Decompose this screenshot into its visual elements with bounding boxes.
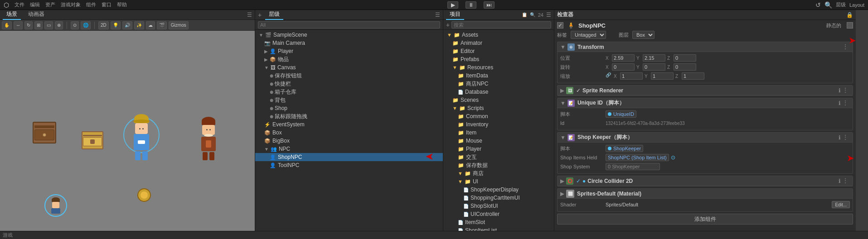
game-label[interactable]: 游戏 — [3, 232, 13, 239]
hierarchy-panel-menu[interactable]: ☰ — [435, 12, 440, 18]
h-item-maincamera[interactable]: 📷Main Camera — [255, 39, 443, 47]
transform-header[interactable]: ▼ ⊕ Transform ⋮ — [558, 42, 853, 52]
p-item-shopnpcfolder[interactable]: 📁商店NPC — [443, 80, 554, 88]
p-item-itemdata[interactable]: 📁ItemData — [443, 72, 554, 80]
p-item-shoppingcartitemui[interactable]: 📄ShoppingCartItemUI — [443, 194, 554, 202]
h-item-boxwarehouse[interactable]: ⊕箱子仓库 — [255, 88, 443, 96]
h-item-shopnpc[interactable]: 👤ShopNPC — [255, 153, 443, 161]
shop-items-held-ref[interactable]: ShopNPC (Shop Item List) — [606, 154, 669, 161]
uniqueid-header[interactable]: ▼ 📝 Unique ID（脚本） ℹ ⋮ — [558, 98, 853, 108]
project-search-btn[interactable]: 🔍 — [530, 12, 535, 17]
scene-panel-menu[interactable]: ☰ — [247, 12, 252, 18]
h-item-box[interactable]: 📦Box — [255, 129, 443, 137]
toolbar-global[interactable]: 🌐 — [81, 21, 91, 29]
circle-collider-info-icon[interactable]: ℹ — [839, 178, 841, 184]
p-item-interaction[interactable]: 📁交互 — [443, 153, 554, 161]
pause-button[interactable]: ⏸ — [466, 1, 476, 9]
p-item-shopfolder[interactable]: ▼📁商店 — [443, 169, 554, 177]
add-component-button[interactable]: 添加组件 — [557, 214, 853, 225]
project-panel-menu[interactable]: ☰ — [546, 12, 551, 18]
p-item-playerfolder[interactable]: 📁Player — [443, 145, 554, 153]
toolbar-rect[interactable]: ▭ — [44, 21, 53, 29]
h-item-backpack[interactable]: ⊕背包 — [255, 96, 443, 104]
menu-gameobject[interactable]: 游戏对象 — [61, 1, 81, 8]
circle-collider-checkbox[interactable]: ✓ — [576, 178, 581, 184]
sprite-renderer-settings-icon[interactable]: ⋮ — [843, 87, 850, 94]
h-item-quickbar[interactable]: ⊕快捷栏 — [255, 80, 443, 88]
script-ref[interactable]: UniqueID — [606, 110, 636, 118]
p-item-shopslotui[interactable]: 📄ShopSlotUI — [443, 202, 554, 210]
p-item-mouse[interactable]: 📁Mouse — [443, 137, 554, 145]
history-icon[interactable]: ↺ — [815, 1, 821, 9]
toolbar-all[interactable]: ⊕ — [55, 21, 63, 29]
project-add-btn[interactable]: + — [446, 21, 450, 29]
uniqueid-settings-icon[interactable]: ⋮ — [843, 100, 850, 107]
shop-items-held-circle[interactable]: ⊙ — [671, 154, 675, 161]
tab-project[interactable]: 项目 — [446, 10, 464, 20]
p-item-item[interactable]: 📁Item — [443, 129, 554, 137]
object-active-checkbox[interactable]: ✓ — [557, 22, 563, 29]
p-item-editor[interactable]: 📁Editor — [443, 47, 554, 55]
tab-scene[interactable]: 场景 — [3, 10, 21, 20]
h-item-shop[interactable]: ⊕Shop — [255, 104, 443, 112]
p-item-prefabs[interactable]: 📁Prefabs — [443, 55, 554, 63]
toolbar-scale[interactable]: ⊞ — [34, 21, 43, 29]
layout-btn[interactable]: Layout — [849, 2, 864, 8]
tab-hierarchy[interactable]: 层级 — [265, 10, 283, 20]
toolbar-move[interactable]: ↔ — [14, 21, 23, 29]
p-item-scripts[interactable]: ▼📁Scripts — [443, 104, 554, 112]
search-icon[interactable]: 🔍 — [824, 1, 832, 9]
tab-animation[interactable]: 动画器 — [24, 10, 48, 20]
toolbar-sky[interactable]: ☁ — [146, 21, 155, 29]
h-item-toolnpc[interactable]: 👤ToolNPC — [255, 161, 443, 169]
pos-z-input[interactable] — [674, 54, 696, 62]
toolbar-fx[interactable]: ✨ — [134, 21, 144, 29]
shopkeeper-script-ref[interactable]: ShopKeeper — [606, 145, 643, 152]
menu-assets[interactable]: 资产 — [45, 1, 55, 8]
scale-x-input[interactable] — [620, 72, 643, 80]
p-item-shopkeeperdisplay[interactable]: 📄ShopKeeperDisplay — [443, 186, 554, 194]
p-item-inventory[interactable]: 📁Inventory — [443, 120, 554, 129]
pos-x-input[interactable] — [612, 54, 635, 62]
p-item-itemslot[interactable]: 📄ItemSlot — [443, 218, 554, 226]
rot-x-input[interactable] — [612, 63, 635, 71]
material-header[interactable]: ▶ ⬜ Sprites-Default (Material) — [558, 189, 853, 199]
project-search-input[interactable] — [451, 21, 551, 29]
p-item-animator[interactable]: 📁Animator — [443, 39, 554, 47]
layer-dropdown[interactable]: Box — [632, 31, 655, 39]
rot-z-input[interactable] — [674, 63, 696, 71]
play-button[interactable]: ▶ — [447, 1, 458, 9]
h-item-bigbox[interactable]: 📦BigBox — [255, 137, 443, 145]
inspector-lock-icon[interactable]: 🔒 — [846, 12, 853, 18]
p-item-database[interactable]: 📄Database — [443, 88, 554, 96]
toolbar-gizmos[interactable]: Gizmos — [169, 21, 189, 29]
menu-window[interactable]: 窗口 — [102, 1, 112, 8]
toolbar-anim[interactable]: 🎬 — [157, 21, 167, 29]
shopkeeper-settings-icon[interactable]: ⋮ — [843, 134, 850, 141]
pos-y-input[interactable] — [643, 54, 665, 62]
hierarchy-search-input[interactable] — [258, 21, 440, 29]
p-item-common[interactable]: 📁Common — [443, 112, 554, 120]
p-item-ui[interactable]: ▼📁UI — [443, 177, 554, 186]
menu-edit[interactable]: 编辑 — [30, 1, 40, 8]
sprite-renderer-checkbox[interactable]: ✓ — [576, 87, 581, 94]
uniqueid-info-icon[interactable]: ℹ — [839, 100, 841, 106]
scale-y-input[interactable] — [651, 72, 674, 80]
menu-file[interactable]: 文件 — [15, 1, 24, 8]
h-item-mousedrag[interactable]: ⊕鼠标跟随拖拽 — [255, 112, 443, 120]
scale-z-input[interactable] — [682, 72, 704, 80]
rot-y-input[interactable] — [643, 63, 665, 71]
h-item-savebtns[interactable]: ⊕保存按钮组 — [255, 72, 443, 80]
scene-content[interactable] — [0, 31, 255, 239]
h-item-objects[interactable]: ▶📦物品 — [255, 55, 443, 63]
hierarchy-add-btn[interactable]: + — [258, 11, 262, 19]
sprite-renderer-info-icon[interactable]: ℹ — [839, 87, 841, 94]
toolbar-2d[interactable]: 2D — [98, 21, 109, 29]
shader-edit-btn[interactable]: Edit... — [832, 201, 850, 208]
p-item-uicontroller[interactable]: 📄UIController — [443, 210, 554, 218]
toolbar-rotate[interactable]: ↻ — [24, 21, 33, 29]
toolbar-light[interactable]: 💡 — [111, 21, 121, 29]
p-item-resources[interactable]: ▼📁Resources — [443, 63, 554, 72]
menu-help[interactable]: 帮助 — [117, 1, 127, 8]
circle-collider-header[interactable]: ▶ ⭕ ✓ ● Circle Collider 2D ℹ ⋮ — [558, 176, 853, 186]
